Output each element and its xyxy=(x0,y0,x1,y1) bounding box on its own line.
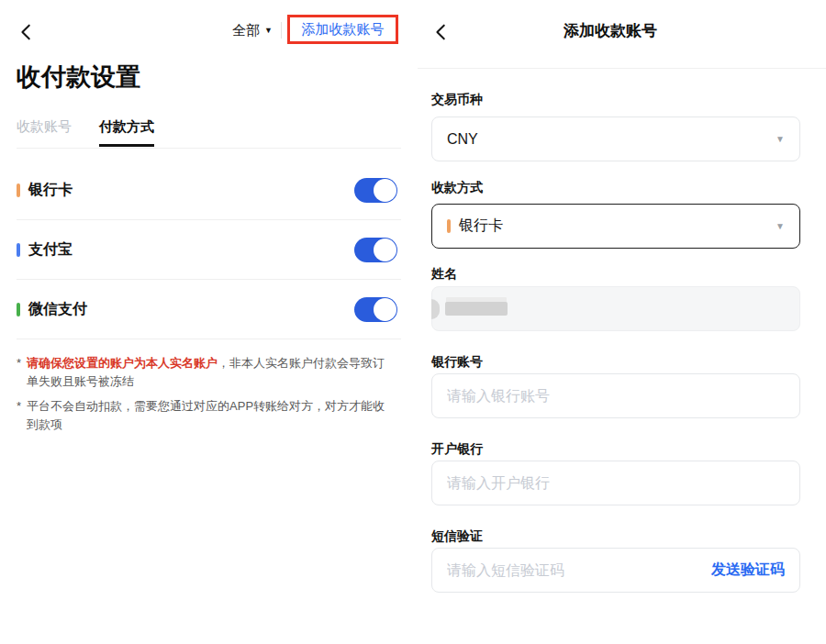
chevron-down-icon: ▼ xyxy=(776,135,785,144)
currency-select[interactable]: CNY ▼ xyxy=(431,117,800,161)
payment-method-label: 支付宝 xyxy=(28,240,73,260)
divider xyxy=(17,279,401,280)
note-asterisk: * xyxy=(17,397,21,434)
bank-branch-label: 开户银行 xyxy=(431,441,483,458)
note-no-auto-deduct: * 平台不会自动扣款，需要您通过对应的APP转账给对方，对方才能收到款项 xyxy=(17,397,396,434)
payment-method-row-wechat: 微信支付 xyxy=(17,285,397,333)
payment-method-label: 银行卡 xyxy=(28,181,73,200)
wechat-toggle[interactable] xyxy=(354,297,397,322)
wechat-marker-icon xyxy=(17,303,20,316)
sms-code-input[interactable] xyxy=(447,562,711,579)
back-button[interactable] xyxy=(17,22,37,42)
add-account-screen: 添加收款账号 交易币种 CNY ▼ 收款方式 银行卡 ▼ 姓名 银行账号 开户银… xyxy=(418,0,826,644)
sms-field: 发送验证码 xyxy=(431,548,800,593)
name-field xyxy=(431,286,800,331)
bank-card-marker-icon xyxy=(17,183,20,197)
divider xyxy=(17,148,401,149)
send-code-button[interactable]: 发送验证码 xyxy=(711,561,785,580)
screen-title: 添加收款账号 xyxy=(418,20,803,41)
method-label: 收款方式 xyxy=(431,180,483,196)
page-title: 收付款设置 xyxy=(17,61,140,94)
note-real-name: * 请确保您设置的账户为本人实名账户，非本人实名账户付款会导致订单失败且账号被冻… xyxy=(17,354,396,391)
note-highlight: 请确保您设置的账户为本人实名账户 xyxy=(27,356,218,370)
alipay-marker-icon xyxy=(17,243,20,257)
sms-label: 短信验证 xyxy=(431,528,483,545)
note-asterisk: * xyxy=(17,354,21,391)
back-chevron-icon xyxy=(17,29,37,45)
header-separator xyxy=(281,22,282,39)
bank-card-toggle[interactable] xyxy=(354,178,397,203)
tab-receive-account[interactable]: 收款账号 xyxy=(17,118,72,147)
divider xyxy=(17,339,401,339)
bank-branch-input[interactable] xyxy=(431,461,800,505)
toggle-knob xyxy=(374,239,396,261)
filter-label: 全部 xyxy=(232,22,260,39)
filter-dropdown[interactable]: 全部 ▼ xyxy=(232,22,273,39)
method-value: 银行卡 xyxy=(459,217,503,236)
toggle-knob xyxy=(374,179,396,202)
bank-card-marker-icon xyxy=(447,219,451,233)
add-account-label: 添加收款账号 xyxy=(302,21,385,39)
method-select[interactable]: 银行卡 ▼ xyxy=(431,204,800,249)
payment-method-label: 微信支付 xyxy=(28,300,87,319)
add-account-button[interactable]: 添加收款账号 xyxy=(287,15,398,44)
payment-method-row-bank-card: 银行卡 xyxy=(17,166,397,214)
note-rest: 平台不会自动扣款，需要您通过对应的APP转账给对方，对方才能收到款项 xyxy=(27,399,385,431)
caret-down-icon: ▼ xyxy=(264,27,273,35)
tab-payment-method[interactable]: 付款方式 xyxy=(99,118,154,147)
payment-method-row-alipay: 支付宝 xyxy=(17,226,397,273)
chevron-down-icon: ▼ xyxy=(776,222,785,231)
toggle-knob xyxy=(374,298,396,321)
currency-value: CNY xyxy=(447,131,478,148)
tabs: 收款账号 付款方式 xyxy=(17,118,154,147)
bank-account-label: 银行账号 xyxy=(431,354,483,371)
redacted-fragment xyxy=(445,302,508,316)
redacted-name xyxy=(447,299,508,319)
bank-account-input[interactable] xyxy=(431,373,800,418)
alipay-toggle[interactable] xyxy=(354,238,397,262)
payment-settings-screen: 全部 ▼ 添加收款账号 收付款设置 收款账号 付款方式 银行卡 支付宝 微信支付 xyxy=(0,0,418,644)
currency-label: 交易币种 xyxy=(431,92,483,108)
redacted-fragment xyxy=(431,299,440,319)
divider xyxy=(418,68,826,69)
divider xyxy=(17,219,401,220)
name-label: 姓名 xyxy=(431,266,457,283)
